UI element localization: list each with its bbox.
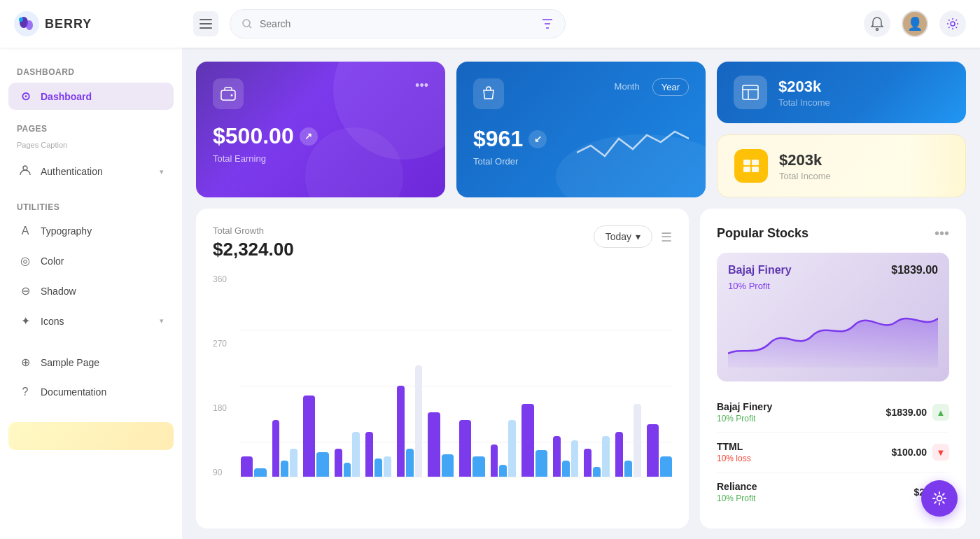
stock-price-bajaj: $1839.00 bbox=[886, 407, 927, 418]
bar-purple bbox=[522, 404, 533, 477]
order-tabs: Month Year bbox=[606, 78, 689, 96]
stock-price-ttml: $100.00 bbox=[891, 447, 927, 458]
income-blue-amount: $203k bbox=[778, 78, 830, 96]
settings-button[interactable] bbox=[939, 10, 966, 37]
bar-purple bbox=[335, 449, 342, 477]
chart-y-labels: 360 270 180 90 bbox=[213, 274, 237, 477]
sidebar-documentation-label: Documentation bbox=[41, 386, 106, 398]
bar-blue bbox=[593, 467, 601, 477]
order-icon-box bbox=[473, 78, 504, 109]
bar-purple bbox=[615, 432, 623, 477]
month-tab[interactable]: Month bbox=[606, 78, 648, 96]
stock-info-ttml: TTML 10% loss bbox=[717, 441, 891, 463]
svg-point-24 bbox=[937, 496, 942, 501]
svg-point-14 bbox=[23, 166, 27, 170]
bar-blue bbox=[660, 456, 672, 477]
svg-rect-17 bbox=[743, 85, 758, 99]
bar-purple bbox=[491, 444, 498, 477]
svg-rect-5 bbox=[200, 23, 212, 24]
bar-blue bbox=[472, 456, 484, 477]
chart-filter-button[interactable]: Today ▾ bbox=[594, 225, 652, 248]
search-bar bbox=[230, 9, 566, 38]
order-arrow: ↙ bbox=[528, 130, 547, 148]
bar-purple bbox=[272, 420, 280, 477]
auth-icon bbox=[18, 164, 32, 178]
chart-bars bbox=[241, 274, 672, 477]
stock-change-reliance: 10% Profit bbox=[717, 493, 913, 503]
order-label: Total Order bbox=[473, 156, 547, 167]
notification-button[interactable] bbox=[864, 10, 890, 37]
income-yellow-amount: $203k bbox=[779, 151, 831, 169]
stock-row-bajaj: Bajaj Finery 10% Profit $1839.00 ▲ bbox=[717, 393, 949, 433]
sidebar: Dashboard ⊙ Dashboard Pages Pages Captio… bbox=[0, 48, 182, 539]
income-blue-info: $203k Total Income bbox=[778, 78, 830, 108]
stock-change-bajaj: 10% Profit bbox=[717, 414, 886, 424]
sidebar-item-typography[interactable]: A Typography bbox=[8, 218, 174, 244]
header: BERRY 👤 bbox=[0, 0, 980, 48]
grid-icon bbox=[743, 159, 760, 173]
featured-stock-header: Bajaj Finery $1839.00 bbox=[728, 264, 938, 276]
bar-group-9 bbox=[491, 274, 517, 477]
svg-rect-15 bbox=[221, 90, 235, 100]
bar-blue bbox=[442, 454, 454, 477]
order-amount: $961 ↙ bbox=[473, 126, 547, 152]
stocks-title: Popular Stocks bbox=[717, 226, 808, 241]
bar-purple bbox=[459, 420, 471, 477]
earning-menu-icon[interactable]: ••• bbox=[415, 78, 428, 93]
bar-purple bbox=[241, 456, 253, 477]
income-blue-card: $203k Total Income bbox=[717, 62, 966, 123]
svg-rect-4 bbox=[200, 19, 212, 20]
bar-blue bbox=[316, 452, 328, 477]
bar-purple bbox=[647, 424, 659, 477]
sidebar-item-sample-page[interactable]: ⊕ Sample Page bbox=[8, 349, 174, 376]
featured-stock-change: 10% Profit bbox=[728, 281, 770, 291]
search-input[interactable] bbox=[260, 18, 534, 29]
sidebar-item-icons[interactable]: ✦ Icons ▾ bbox=[8, 307, 174, 335]
sidebar-pages-caption: Pages Caption bbox=[8, 139, 174, 155]
income-yellow-label: Total Income bbox=[779, 171, 831, 181]
menu-toggle-button[interactable] bbox=[193, 11, 218, 36]
sidebar-item-dashboard-label: Dashboard bbox=[41, 91, 92, 102]
right-cards: $203k Total Income $203k bbox=[717, 62, 966, 197]
chart-title: Total Growth bbox=[213, 225, 294, 236]
bar-purple bbox=[397, 386, 405, 477]
main-content: ••• $500.00 ↗ Total Earning bbox=[182, 48, 980, 539]
earning-up-arrow: ↗ bbox=[300, 127, 318, 146]
stock-up-arrow-bajaj: ▲ bbox=[932, 404, 949, 421]
income-yellow-info: $203k Total Income bbox=[779, 151, 831, 181]
bar-group-11 bbox=[553, 274, 579, 477]
logo-area: BERRY bbox=[14, 11, 182, 36]
earning-icon-box bbox=[213, 78, 244, 109]
stocks-card: Popular Stocks ••• Bajaj Finery $1839.00… bbox=[700, 209, 966, 528]
order-card: Month Year $961 ↙ Total Order bbox=[456, 62, 706, 197]
bar-purple bbox=[584, 449, 592, 477]
sidebar-item-authentication[interactable]: Authentication ▾ bbox=[8, 158, 174, 186]
logo-text: BERRY bbox=[45, 17, 92, 31]
filter-icon[interactable] bbox=[541, 18, 554, 29]
sidebar-item-documentation[interactable]: ? Documentation bbox=[8, 379, 174, 405]
year-tab[interactable]: Year bbox=[652, 78, 689, 96]
sidebar-promo-strip bbox=[8, 422, 174, 450]
earning-card-header: ••• bbox=[213, 78, 428, 109]
stocks-menu-icon[interactable]: ••• bbox=[934, 225, 949, 241]
fab-settings-button[interactable] bbox=[921, 480, 958, 517]
chart-menu-icon[interactable]: ☰ bbox=[661, 230, 672, 245]
auth-chevron-icon: ▾ bbox=[160, 167, 164, 176]
bar-group-5 bbox=[365, 274, 391, 477]
bell-icon bbox=[871, 17, 883, 31]
bar-group-3 bbox=[303, 274, 329, 477]
svg-point-12 bbox=[876, 29, 878, 31]
avatar[interactable]: 👤 bbox=[902, 10, 928, 37]
stock-name-ttml: TTML bbox=[717, 441, 891, 452]
sidebar-item-shadow[interactable]: ⊖ Shadow bbox=[8, 277, 174, 304]
bag-icon bbox=[481, 86, 496, 102]
sidebar-item-color[interactable]: ◎ Color bbox=[8, 247, 174, 274]
sidebar-item-dashboard[interactable]: ⊙ Dashboard bbox=[8, 83, 174, 110]
typography-icon: A bbox=[18, 225, 32, 237]
bar-light bbox=[384, 456, 391, 477]
chart-area: 360 270 180 90 bbox=[213, 274, 672, 498]
stock-change-ttml: 10% loss bbox=[717, 454, 891, 463]
header-right: 👤 bbox=[864, 10, 966, 37]
bar-blue bbox=[281, 461, 288, 477]
hamburger-icon bbox=[200, 19, 212, 29]
